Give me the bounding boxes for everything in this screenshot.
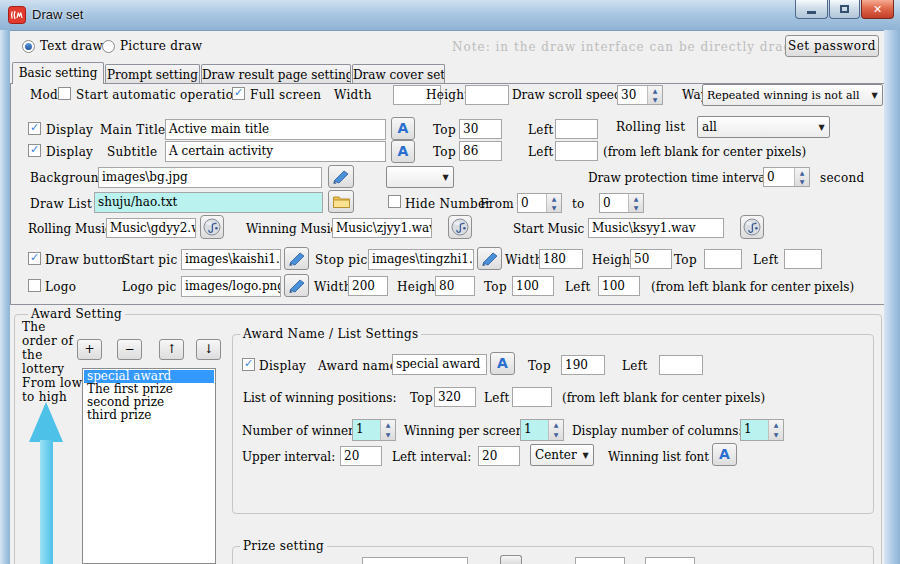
rolling-list-dropdown[interactable]: all ▼ <box>697 116 830 138</box>
auto-operation-checkbox[interactable] <box>58 87 71 100</box>
rolling-music-play-button[interactable] <box>200 215 224 239</box>
background-browse-button[interactable] <box>328 165 354 188</box>
window-title: Draw set <box>32 7 83 22</box>
way-dropdown[interactable]: Repeated winning is not all ▼ <box>702 84 883 106</box>
spin-down-icon[interactable]: ▼ <box>547 203 561 212</box>
spin-down-icon[interactable]: ▼ <box>381 430 395 440</box>
tab-draw-result-page-settings[interactable]: Draw result page settings <box>201 64 351 83</box>
winning-music-play-button[interactable] <box>448 215 472 239</box>
subtitle-font-button[interactable]: A <box>391 140 415 163</box>
award-name-input[interactable]: special award <box>392 354 487 375</box>
tab-draw-cover-set[interactable]: Draw cover set <box>352 64 445 83</box>
picture-draw-radio[interactable] <box>102 40 115 53</box>
btn-top-input[interactable] <box>704 249 742 269</box>
hide-number-checkbox[interactable] <box>388 195 401 208</box>
main-title-left-input[interactable] <box>555 119 598 139</box>
award-listbox[interactable]: special award The first prize second pri… <box>82 368 216 564</box>
move-up-button[interactable]: ↑ <box>159 339 184 360</box>
btn-left-input[interactable] <box>784 249 822 269</box>
spin-up-icon[interactable]: ▲ <box>549 420 563 430</box>
spin-down-icon[interactable]: ▼ <box>795 177 809 186</box>
upper-interval-input[interactable]: 20 <box>340 446 382 466</box>
spin-down-icon[interactable]: ▼ <box>629 203 643 212</box>
spin-up-icon[interactable]: ▲ <box>648 86 662 95</box>
prize-button-stub[interactable] <box>500 555 522 564</box>
subtitle-input[interactable]: A certain activity <box>165 141 386 162</box>
award-list-item[interactable]: third prize <box>84 409 214 422</box>
logo-top-input[interactable]: 100 <box>512 276 554 296</box>
background-mode-dropdown[interactable]: ▼ <box>386 166 454 188</box>
display-award-name-checkbox[interactable]: ✓ <box>242 358 255 371</box>
main-title-input[interactable]: Active main title <box>165 119 386 140</box>
spin-down-icon[interactable]: ▼ <box>648 95 662 104</box>
display-subtitle-checkbox[interactable]: ✓ <box>28 144 41 157</box>
tab-prompt-setting[interactable]: Prompt setting <box>105 64 200 83</box>
logo-pic-input[interactable]: images/logo.png <box>181 276 281 297</box>
minimize-button[interactable] <box>795 0 828 19</box>
spin-up-icon[interactable]: ▲ <box>381 420 395 430</box>
subtitle-top-input[interactable]: 86 <box>459 141 502 161</box>
window-border-left <box>0 30 10 564</box>
display-main-title-checkbox[interactable]: ✓ <box>28 122 41 135</box>
background-input[interactable]: images\bg.jpg <box>98 167 322 188</box>
spin-down-icon[interactable]: ▼ <box>769 430 783 440</box>
remove-award-button[interactable]: − <box>117 339 142 360</box>
start-pic-input[interactable]: images\kaishi1.p <box>181 249 281 270</box>
prize-input-stub[interactable] <box>645 557 695 564</box>
per-screen-spinner[interactable]: 1 ▲▼ <box>520 419 564 441</box>
positions-top-input[interactable]: 320 <box>434 387 476 407</box>
btn-height-input[interactable]: 50 <box>630 249 672 269</box>
logo-height-input[interactable]: 80 <box>435 276 475 296</box>
align-dropdown[interactable]: Center ▼ <box>530 444 594 466</box>
audio-icon <box>743 218 761 236</box>
to-spinner[interactable]: 0 ▲▼ <box>599 193 644 213</box>
close-button[interactable]: ✕ <box>861 0 894 19</box>
draw-list-input[interactable]: shuju/hao.txt <box>94 192 323 213</box>
award-name-top-input[interactable]: 190 <box>561 355 605 375</box>
from-spinner[interactable]: 0 ▲▼ <box>517 193 562 213</box>
prize-input-stub[interactable] <box>362 557 468 564</box>
num-winners-spinner[interactable]: 1 ▲▼ <box>352 419 396 441</box>
logo-checkbox[interactable] <box>28 279 41 292</box>
main-title-font-button[interactable]: A <box>391 117 415 140</box>
spin-up-icon[interactable]: ▲ <box>629 194 643 203</box>
start-music-play-button[interactable] <box>740 215 764 239</box>
subtitle-left-input[interactable] <box>555 141 598 161</box>
height-input[interactable] <box>465 85 509 105</box>
columns-spinner[interactable]: 1 ▲▼ <box>740 419 784 441</box>
award-name-left-input[interactable] <box>659 355 703 375</box>
btn-width-input[interactable]: 180 <box>539 249 583 269</box>
award-name-font-button[interactable]: A <box>490 352 515 375</box>
positions-left-input[interactable] <box>512 387 552 407</box>
logo-width-input[interactable]: 200 <box>348 276 388 296</box>
scroll-speed-spinner[interactable]: 30 ▲▼ <box>617 85 663 105</box>
rolling-music-input[interactable]: Music\gdyy2.w <box>106 218 196 238</box>
winning-list-font-button[interactable]: A <box>712 443 737 466</box>
move-down-button[interactable]: ↓ <box>196 339 221 360</box>
titlebar: Draw set ✕ <box>0 0 900 31</box>
start-music-input[interactable]: Music\ksyy1.wav <box>588 218 724 238</box>
stop-pic-input[interactable]: images\tingzhi1. <box>368 249 474 270</box>
stop-pic-browse-button[interactable] <box>477 247 502 270</box>
draw-button-checkbox[interactable]: ✓ <box>28 252 41 265</box>
text-draw-radio[interactable] <box>22 40 35 53</box>
logo-pic-browse-button[interactable] <box>284 274 309 297</box>
add-award-button[interactable]: + <box>77 339 102 360</box>
left-interval-input[interactable]: 20 <box>478 446 520 466</box>
spin-up-icon[interactable]: ▲ <box>769 420 783 430</box>
spin-up-icon[interactable]: ▲ <box>547 194 561 203</box>
set-password-button[interactable]: Set password <box>785 35 879 57</box>
fullscreen-checkbox[interactable]: ✓ <box>232 87 245 100</box>
winning-music-input[interactable]: Music\zjyy1.wav <box>332 218 432 238</box>
spin-down-icon[interactable]: ▼ <box>549 430 563 440</box>
main-title-top-input[interactable]: 30 <box>459 119 502 139</box>
protection-interval-spinner[interactable]: 0 ▲▼ <box>763 167 810 187</box>
picture-edit-icon <box>289 252 305 266</box>
logo-left-input[interactable]: 100 <box>598 276 640 296</box>
start-pic-browse-button[interactable] <box>284 247 309 270</box>
maximize-button[interactable] <box>829 0 860 19</box>
spin-up-icon[interactable]: ▲ <box>795 168 809 177</box>
draw-list-folder-button[interactable] <box>328 190 354 213</box>
tab-basic-setting[interactable]: Basic setting <box>12 62 104 84</box>
prize-input-stub[interactable] <box>575 557 625 564</box>
